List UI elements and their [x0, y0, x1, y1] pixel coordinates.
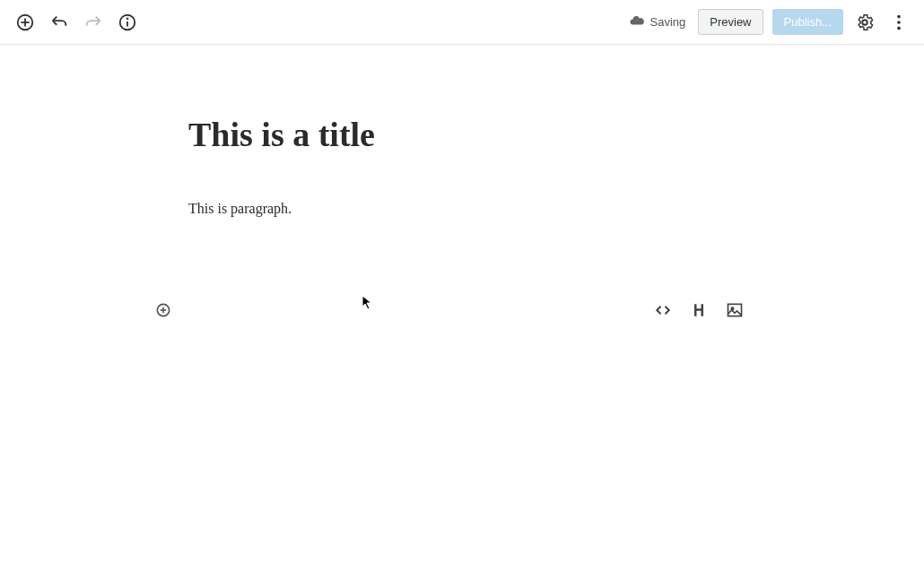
post-paragraph[interactable]: This is paragraph.	[188, 201, 736, 217]
svg-point-7	[897, 21, 901, 24]
more-menu-button[interactable]	[886, 10, 911, 35]
svg-point-8	[897, 26, 901, 30]
heading-block-button[interactable]	[689, 300, 709, 320]
undo-button[interactable]	[47, 10, 72, 35]
add-block-button[interactable]	[13, 10, 38, 35]
preview-button[interactable]: Preview	[698, 9, 763, 35]
toolbar-right-group: Saving Preview Publish...	[629, 9, 911, 35]
image-block-button[interactable]	[725, 300, 745, 320]
info-button[interactable]	[115, 10, 140, 35]
cloud-icon	[629, 13, 645, 31]
svg-point-5	[127, 18, 128, 19]
post-title[interactable]: This is a title	[188, 115, 736, 154]
editor-content: This is a title This is paragraph.	[0, 45, 924, 217]
settings-button[interactable]	[852, 10, 877, 35]
redo-button[interactable]	[81, 10, 106, 35]
svg-point-6	[897, 14, 901, 18]
editor-toolbar: Saving Preview Publish...	[0, 0, 924, 45]
block-inserter-row	[153, 299, 745, 321]
block-type-group	[653, 300, 745, 320]
publish-button[interactable]: Publish...	[772, 9, 843, 35]
code-block-button[interactable]	[653, 300, 673, 320]
toolbar-left-group	[13, 10, 140, 35]
insert-block-button[interactable]	[153, 299, 174, 321]
saving-label: Saving	[650, 15, 686, 29]
saving-status: Saving	[629, 13, 686, 31]
